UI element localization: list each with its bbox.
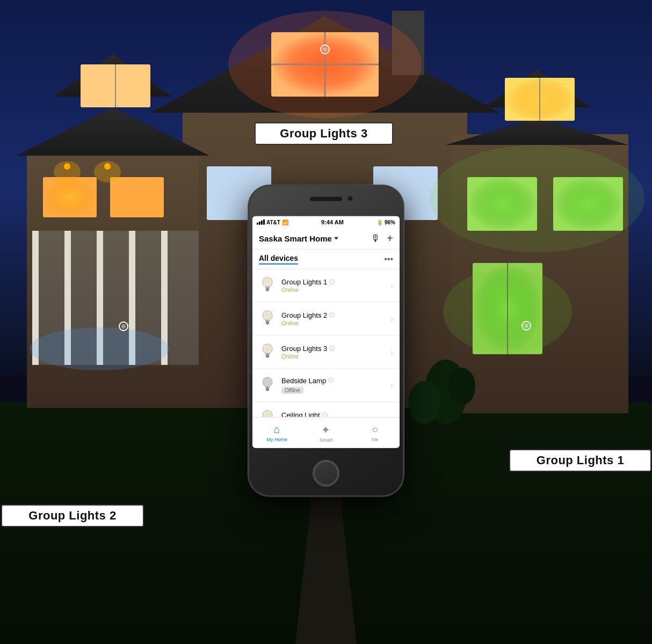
- battery-icon: 🔋: [376, 219, 383, 225]
- device-status: Online: [281, 287, 385, 293]
- svg-rect-66: [265, 320, 270, 321]
- section-title: All devices: [259, 254, 298, 265]
- svg-rect-78: [265, 386, 270, 388]
- svg-rect-63: [266, 290, 269, 291]
- chevron-down-icon[interactable]: [334, 237, 338, 240]
- device-icon: [259, 341, 276, 363]
- info-icon: ⓘ: [329, 278, 335, 286]
- svg-rect-69: [266, 324, 269, 325]
- svg-rect-72: [265, 353, 270, 355]
- app-header[interactable]: Saska Smart Home 🎙 +: [252, 228, 400, 250]
- svg-rect-60: [265, 287, 270, 288]
- device-item[interactable]: Group Lights 1 ⓘ Online ›: [252, 269, 400, 302]
- info-icon: ⓘ: [329, 311, 335, 319]
- battery-label: 96%: [385, 219, 395, 225]
- more-options-button[interactable]: •••: [384, 254, 393, 264]
- info-icon: ⓘ: [329, 345, 335, 352]
- svg-rect-81: [266, 390, 269, 391]
- chevron-right-icon: ›: [390, 314, 393, 323]
- nav-label: Smart: [320, 437, 332, 442]
- nav-label: Me: [372, 437, 379, 442]
- nav-item-smart[interactable]: ✦ Smart: [301, 423, 350, 442]
- device-name: Group Lights 3 ⓘ: [281, 345, 385, 353]
- add-device-button[interactable]: +: [387, 232, 393, 245]
- device-item[interactable]: Group Lights 3 ⓘ Online ›: [252, 336, 400, 369]
- chevron-right-icon: ›: [390, 281, 393, 290]
- nav-icon: ○: [372, 423, 378, 436]
- bottom-nav: ⌂ My Home ✦ Smart ○ Me: [252, 417, 400, 448]
- phone: AT&T 📶 9:44 AM 🔋 96% Saska Smart Home: [248, 185, 404, 496]
- mic-icon[interactable]: 🎙: [371, 233, 380, 244]
- nav-item-my-home[interactable]: ⌂ My Home: [252, 423, 301, 442]
- device-status: Offline: [281, 386, 303, 393]
- svg-point-77: [263, 377, 272, 387]
- carrier-label: AT&T: [266, 219, 280, 225]
- status-right: 🔋 96%: [376, 219, 395, 225]
- phone-body: AT&T 📶 9:44 AM 🔋 96% Saska Smart Home: [248, 185, 404, 496]
- app-title: Saska Smart Home: [259, 234, 332, 243]
- info-icon: ⓘ: [328, 377, 334, 384]
- nav-label: My Home: [266, 437, 287, 442]
- device-name: Group Lights 1 ⓘ: [281, 278, 385, 286]
- device-info: Group Lights 1 ⓘ Online: [281, 278, 385, 293]
- signal-bar-1: [257, 223, 258, 225]
- device-icon: [259, 275, 276, 296]
- chevron-right-icon: ›: [390, 348, 393, 356]
- device-name: Bedside Lamp ⓘ: [281, 376, 385, 384]
- svg-point-76: [264, 346, 271, 352]
- svg-point-70: [264, 312, 271, 319]
- device-name: Group Lights 2 ⓘ: [281, 311, 385, 319]
- header-actions: 🎙 +: [371, 232, 393, 245]
- section-header: All devices •••: [252, 250, 400, 269]
- device-list: Group Lights 1 ⓘ Online › Group Lights 2…: [252, 269, 400, 435]
- home-button[interactable]: [313, 460, 339, 487]
- device-info: Group Lights 3 ⓘ Online: [281, 345, 385, 360]
- signal-bar-3: [261, 221, 263, 225]
- device-status: Online: [281, 353, 385, 360]
- svg-point-64: [264, 279, 271, 286]
- group-lights-3-label: Group Lights 3: [255, 122, 393, 145]
- phone-speaker: [310, 197, 342, 201]
- device-status: Online: [281, 320, 385, 326]
- device-icon: [259, 375, 276, 396]
- app-title-container[interactable]: Saska Smart Home: [259, 234, 338, 243]
- signal-bars: [257, 219, 265, 225]
- phone-camera: [347, 196, 353, 201]
- svg-rect-79: [266, 388, 270, 389]
- device-info: Bedside Lamp ⓘ Offline: [281, 376, 385, 394]
- device-item[interactable]: Group Lights 2 ⓘ Online ›: [252, 303, 400, 335]
- svg-rect-67: [266, 321, 270, 323]
- device-item[interactable]: Bedside Lamp ⓘ Offline ›: [252, 369, 400, 402]
- device-info: Group Lights 2 ⓘ Online: [281, 311, 385, 326]
- svg-rect-75: [266, 357, 269, 358]
- background-scene: Group Lights 3 Group Lights 1 Group Ligh…: [0, 0, 652, 644]
- status-left: AT&T 📶: [257, 219, 288, 225]
- device-icon: [259, 308, 276, 330]
- svg-rect-62: [266, 289, 269, 290]
- nav-icon: ⌂: [274, 423, 280, 436]
- signal-bar-4: [263, 219, 265, 225]
- svg-rect-80: [266, 389, 269, 390]
- phone-screen: AT&T 📶 9:44 AM 🔋 96% Saska Smart Home: [252, 216, 400, 448]
- group-lights-2-label: Group Lights 2: [1, 504, 144, 527]
- clock: 9:44 AM: [321, 219, 344, 225]
- nav-item-me[interactable]: ○ Me: [351, 423, 400, 442]
- svg-rect-73: [266, 355, 270, 356]
- signal-bar-2: [259, 222, 260, 225]
- wifi-icon: 📶: [282, 219, 288, 225]
- chevron-right-icon: ›: [390, 381, 393, 390]
- nav-icon: ✦: [321, 423, 330, 436]
- status-bar: AT&T 📶 9:44 AM 🔋 96%: [252, 216, 400, 228]
- group-lights-1-label: Group Lights 1: [509, 449, 651, 472]
- svg-rect-61: [266, 288, 270, 289]
- svg-rect-74: [266, 356, 269, 357]
- svg-rect-68: [266, 323, 269, 324]
